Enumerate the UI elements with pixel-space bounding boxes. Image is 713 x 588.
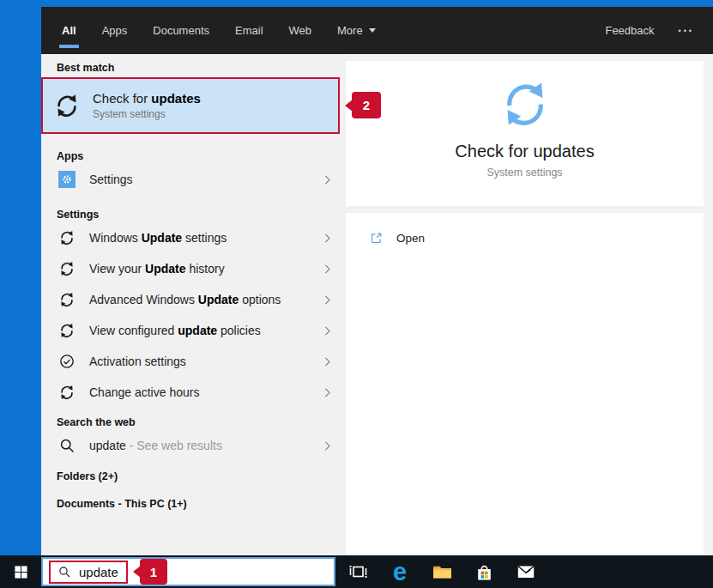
result-item-activation-settings[interactable]: Activation settings — [41, 346, 346, 377]
chevron-right-icon[interactable] — [321, 324, 334, 337]
section-header-best-match: Best match — [41, 60, 346, 76]
dropdown-arrow-icon — [369, 28, 376, 33]
result-item-settings-app[interactable]: Settings — [41, 164, 346, 195]
refresh-icon-large — [498, 77, 552, 130]
open-action[interactable]: Open — [346, 213, 704, 246]
refresh-icon — [58, 260, 76, 277]
result-item-advanced-update-options[interactable]: Advanced Windows Update options — [41, 284, 346, 315]
preview-subtitle: System settings — [486, 167, 562, 179]
file-explorer-button[interactable] — [431, 561, 453, 583]
chevron-right-icon[interactable] — [321, 294, 334, 306]
preview-actions-card: Open — [346, 213, 704, 555]
header-right: Feedback ••• — [605, 24, 694, 37]
annotation-box-search: update — [49, 561, 128, 584]
refresh-icon — [58, 384, 76, 401]
taskbar-search-box[interactable]: update 1 — [41, 557, 335, 586]
desktop: All Apps Documents Email Web More Feedba… — [0, 0, 713, 588]
microsoft-store-button[interactable] — [473, 561, 495, 583]
preview-card: Check for updates System settings — [346, 61, 704, 206]
refresh-icon — [58, 291, 76, 308]
result-item-windows-update-settings[interactable]: Windows Update settings — [41, 222, 346, 253]
edge-browser-button[interactable]: e — [389, 561, 411, 583]
refresh-icon — [58, 322, 76, 339]
mail-envelope-icon — [515, 561, 537, 583]
section-header-folders[interactable]: Folders (2+) — [41, 469, 346, 484]
mail-button[interactable] — [515, 561, 537, 583]
result-item-view-update-history[interactable]: View your Update history — [41, 253, 346, 284]
edge-icon: e — [393, 561, 407, 583]
windows-logo-icon — [14, 565, 28, 579]
tab-more[interactable]: More — [337, 7, 376, 54]
best-match-subtitle: System settings — [93, 108, 201, 120]
search-results-body: Best match Check for updates System sett… — [41, 54, 713, 555]
checkmark-circle-icon — [58, 353, 76, 370]
search-filter-bar: All Apps Documents Email Web More Feedba… — [41, 7, 713, 54]
refresh-icon — [58, 229, 76, 246]
task-view-button[interactable] — [347, 561, 369, 583]
tab-documents[interactable]: Documents — [153, 7, 209, 54]
section-header-documents-this-pc[interactable]: Documents - This PC (1+) — [41, 496, 346, 512]
result-item-change-active-hours[interactable]: Change active hours — [41, 377, 346, 408]
start-button[interactable] — [0, 555, 41, 588]
refresh-icon — [53, 92, 81, 119]
taskbar: update 1 e — [0, 555, 713, 588]
store-bag-icon — [474, 561, 495, 583]
search-icon — [57, 565, 71, 579]
preview-pane: Check for updates System settings Open — [346, 54, 713, 555]
feedback-button[interactable]: Feedback — [605, 24, 654, 37]
chevron-right-icon[interactable] — [321, 232, 334, 245]
best-match-title: Check for updates — [93, 91, 201, 106]
search-input-value[interactable]: update — [79, 565, 118, 579]
taskbar-icons: e — [347, 561, 537, 583]
results-pane: Best match Check for updates System sett… — [41, 54, 346, 555]
tab-email[interactable]: Email — [235, 7, 263, 54]
best-match-result-check-for-updates[interactable]: Check for updates System settings — [41, 77, 340, 134]
result-item-web-search-update[interactable]: update - See web results — [41, 430, 346, 461]
folder-icon — [432, 561, 453, 583]
tab-web[interactable]: Web — [289, 7, 312, 54]
annotation-callout-1: 1 — [140, 559, 167, 585]
settings-gear-icon — [58, 171, 76, 188]
more-options-icon[interactable]: ••• — [679, 27, 694, 35]
tab-all[interactable]: All — [62, 7, 76, 54]
chevron-right-icon[interactable] — [321, 355, 334, 368]
result-item-configured-update-policies[interactable]: View configured update policies — [41, 315, 346, 346]
filter-tabs: All Apps Documents Email Web More — [62, 7, 376, 54]
start-search-flyout: All Apps Documents Email Web More Feedba… — [41, 7, 713, 555]
chevron-right-icon[interactable] — [321, 439, 334, 452]
section-header-settings: Settings — [41, 207, 346, 222]
annotation-callout-2: 2 — [352, 92, 381, 118]
open-external-icon — [369, 231, 384, 246]
chevron-right-icon[interactable] — [321, 263, 334, 276]
tab-apps[interactable]: Apps — [102, 7, 128, 54]
section-header-search-the-web: Search the web — [41, 415, 346, 430]
preview-title: Check for updates — [455, 142, 594, 161]
task-view-icon — [347, 561, 368, 582]
section-header-apps: Apps — [41, 149, 346, 164]
search-icon — [58, 437, 76, 454]
chevron-right-icon[interactable] — [321, 386, 334, 399]
chevron-right-icon[interactable] — [321, 173, 334, 186]
